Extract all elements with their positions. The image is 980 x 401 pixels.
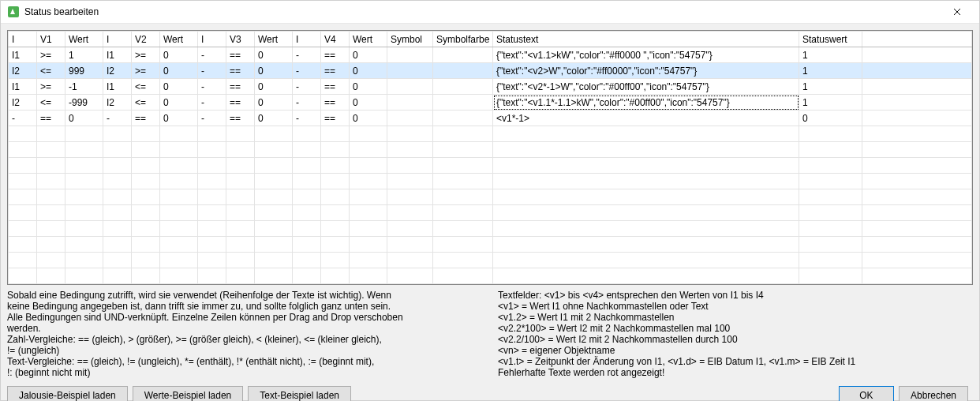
cell[interactable]: == [226, 111, 255, 126]
table-row[interactable]: I1>=-1I1<=0-==0-==0{"text":"<v2*-1>W","c… [9, 79, 972, 95]
cell-empty[interactable] [198, 268, 226, 284]
cell-empty[interactable] [293, 237, 321, 253]
cell-empty[interactable] [226, 174, 255, 189]
cell-empty[interactable] [9, 158, 37, 174]
cell-empty[interactable] [198, 253, 226, 268]
cell-empty[interactable] [103, 158, 132, 174]
cell-empty[interactable] [255, 189, 293, 205]
cell[interactable] [433, 111, 493, 126]
cell[interactable]: == [226, 63, 255, 79]
cell-empty[interactable] [799, 253, 862, 268]
cancel-button[interactable]: Abbrechen [899, 386, 968, 401]
cell-empty[interactable] [799, 205, 862, 221]
cell-empty[interactable] [293, 189, 321, 205]
cell[interactable]: - [198, 95, 226, 111]
cell-empty[interactable] [255, 237, 293, 253]
cell-empty[interactable] [132, 126, 160, 142]
cell-empty[interactable] [132, 221, 160, 237]
cell-empty[interactable] [493, 142, 799, 158]
cell[interactable]: {"text":"<v2>W","color":"#ff0000","icon"… [493, 63, 799, 79]
cell-empty[interactable] [862, 221, 972, 237]
cell[interactable]: == [321, 47, 350, 63]
cell-empty[interactable] [37, 221, 65, 237]
cell-empty[interactable] [9, 189, 37, 205]
col-header[interactable]: V4 [321, 32, 350, 47]
cell-empty[interactable] [350, 205, 387, 221]
cell-empty[interactable] [255, 142, 293, 158]
cell-empty[interactable] [132, 205, 160, 221]
cell-empty[interactable] [255, 158, 293, 174]
cell[interactable] [387, 111, 433, 126]
cell-empty[interactable] [255, 205, 293, 221]
cell-empty[interactable] [799, 158, 862, 174]
cell-empty[interactable] [387, 142, 433, 158]
table-row-empty[interactable] [9, 205, 972, 221]
col-header[interactable]: V3 [226, 32, 255, 47]
col-header[interactable]: Wert [255, 32, 293, 47]
cell[interactable]: 0 [160, 111, 198, 126]
cell-empty[interactable] [103, 237, 132, 253]
cell-empty[interactable] [255, 126, 293, 142]
cell[interactable]: 0 [255, 111, 293, 126]
cell[interactable]: <v1*-1> [493, 111, 799, 126]
cell[interactable]: 1 [799, 79, 862, 95]
cell[interactable]: == [226, 47, 255, 63]
cell-empty[interactable] [198, 189, 226, 205]
cell[interactable] [433, 79, 493, 95]
cell-empty[interactable] [293, 205, 321, 221]
cell-empty[interactable] [226, 253, 255, 268]
cell[interactable]: 0 [160, 47, 198, 63]
cell[interactable]: >= [132, 63, 160, 79]
cell-empty[interactable] [321, 205, 350, 221]
cell-empty[interactable] [160, 142, 198, 158]
cell-empty[interactable] [198, 237, 226, 253]
col-header[interactable]: Wert [65, 32, 103, 47]
cell[interactable]: - [103, 111, 132, 126]
cell-empty[interactable] [198, 126, 226, 142]
table-row[interactable]: I2<=-999I2<=0-==0-==0{"text":"<v1.1*-1.1… [9, 95, 972, 111]
cell-empty[interactable] [160, 221, 198, 237]
cell-empty[interactable] [198, 142, 226, 158]
cell[interactable]: <= [37, 95, 65, 111]
table-row-empty[interactable] [9, 221, 972, 237]
cell[interactable]: 0 [350, 79, 387, 95]
cell[interactable] [387, 63, 433, 79]
cell-empty[interactable] [493, 189, 799, 205]
col-header[interactable]: V2 [132, 32, 160, 47]
cell[interactable]: I2 [103, 63, 132, 79]
cell-empty[interactable] [160, 268, 198, 284]
cell-empty[interactable] [103, 142, 132, 158]
cell-empty[interactable] [387, 126, 433, 142]
cell-empty[interactable] [226, 221, 255, 237]
col-header[interactable]: Symbolfarbe [433, 32, 493, 47]
cell-empty[interactable] [226, 205, 255, 221]
cell[interactable]: - [198, 63, 226, 79]
cell-empty[interactable] [350, 126, 387, 142]
cell[interactable]: 0 [799, 111, 862, 126]
cell-empty[interactable] [321, 174, 350, 189]
cell[interactable]: I1 [103, 47, 132, 63]
cell-empty[interactable] [37, 237, 65, 253]
cell[interactable]: 1 [799, 63, 862, 79]
cell[interactable]: 1 [799, 95, 862, 111]
cell-empty[interactable] [493, 174, 799, 189]
close-button[interactable] [940, 1, 974, 23]
cell-empty[interactable] [387, 237, 433, 253]
cell-empty[interactable] [799, 221, 862, 237]
cell[interactable]: <= [132, 95, 160, 111]
col-header[interactable]: I [293, 32, 321, 47]
cell[interactable] [387, 47, 433, 63]
cell-empty[interactable] [255, 174, 293, 189]
cell-empty[interactable] [293, 142, 321, 158]
cell-empty[interactable] [493, 205, 799, 221]
table-row[interactable]: -==0-==0-==0-==0<v1*-1>0 [9, 111, 972, 126]
cell-empty[interactable] [65, 221, 103, 237]
cell-empty[interactable] [433, 158, 493, 174]
cell-empty[interactable] [9, 205, 37, 221]
table-row-empty[interactable] [9, 253, 972, 268]
cell[interactable]: {"text":"<v2*-1>W","color":"#00ff00","ic… [493, 79, 799, 95]
load-jalousie-button[interactable]: Jalousie-Beispiel laden [7, 386, 128, 401]
cell-empty[interactable] [799, 268, 862, 284]
cell[interactable]: == [226, 95, 255, 111]
cell-empty[interactable] [132, 174, 160, 189]
